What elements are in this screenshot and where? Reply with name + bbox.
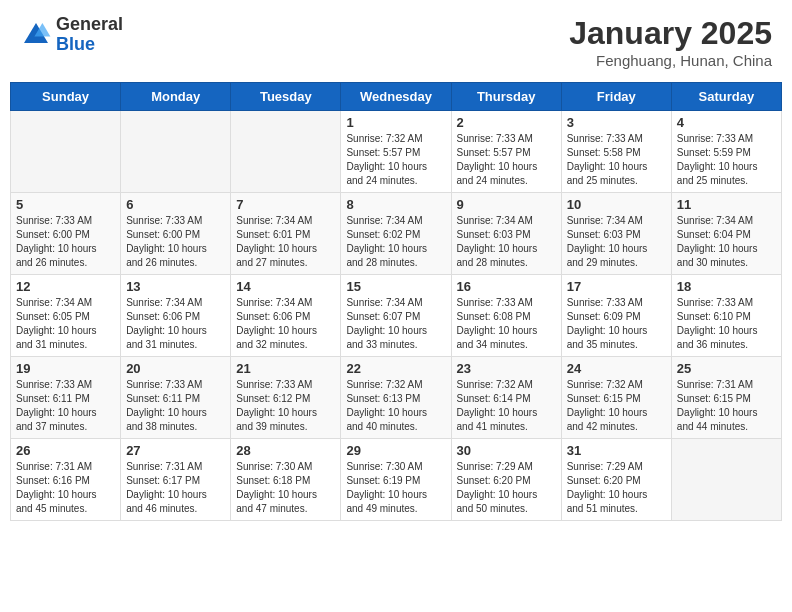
calendar-cell: 8Sunrise: 7:34 AM Sunset: 6:02 PM Daylig… (341, 193, 451, 275)
calendar-week-1: 1Sunrise: 7:32 AM Sunset: 5:57 PM Daylig… (11, 111, 782, 193)
day-info: Sunrise: 7:34 AM Sunset: 6:06 PM Dayligh… (236, 296, 335, 352)
calendar-cell: 25Sunrise: 7:31 AM Sunset: 6:15 PM Dayli… (671, 357, 781, 439)
day-number: 11 (677, 197, 776, 212)
day-number: 24 (567, 361, 666, 376)
calendar-cell: 2Sunrise: 7:33 AM Sunset: 5:57 PM Daylig… (451, 111, 561, 193)
day-number: 18 (677, 279, 776, 294)
day-number: 29 (346, 443, 445, 458)
month-title: January 2025 (569, 15, 772, 52)
calendar-cell: 5Sunrise: 7:33 AM Sunset: 6:00 PM Daylig… (11, 193, 121, 275)
logo-blue: Blue (56, 34, 95, 54)
day-info: Sunrise: 7:33 AM Sunset: 5:57 PM Dayligh… (457, 132, 556, 188)
day-info: Sunrise: 7:33 AM Sunset: 6:00 PM Dayligh… (16, 214, 115, 270)
calendar-cell: 27Sunrise: 7:31 AM Sunset: 6:17 PM Dayli… (121, 439, 231, 521)
calendar-table: SundayMondayTuesdayWednesdayThursdayFrid… (10, 82, 782, 521)
day-number: 5 (16, 197, 115, 212)
logo-text: General Blue (56, 15, 123, 55)
day-number: 26 (16, 443, 115, 458)
day-info: Sunrise: 7:29 AM Sunset: 6:20 PM Dayligh… (457, 460, 556, 516)
calendar-cell (11, 111, 121, 193)
day-number: 30 (457, 443, 556, 458)
calendar-cell: 19Sunrise: 7:33 AM Sunset: 6:11 PM Dayli… (11, 357, 121, 439)
calendar-week-2: 5Sunrise: 7:33 AM Sunset: 6:00 PM Daylig… (11, 193, 782, 275)
day-number: 9 (457, 197, 556, 212)
day-info: Sunrise: 7:33 AM Sunset: 6:00 PM Dayligh… (126, 214, 225, 270)
day-info: Sunrise: 7:33 AM Sunset: 5:59 PM Dayligh… (677, 132, 776, 188)
day-info: Sunrise: 7:31 AM Sunset: 6:15 PM Dayligh… (677, 378, 776, 434)
day-info: Sunrise: 7:33 AM Sunset: 6:09 PM Dayligh… (567, 296, 666, 352)
day-info: Sunrise: 7:30 AM Sunset: 6:18 PM Dayligh… (236, 460, 335, 516)
calendar-week-3: 12Sunrise: 7:34 AM Sunset: 6:05 PM Dayli… (11, 275, 782, 357)
day-info: Sunrise: 7:34 AM Sunset: 6:02 PM Dayligh… (346, 214, 445, 270)
calendar-cell: 20Sunrise: 7:33 AM Sunset: 6:11 PM Dayli… (121, 357, 231, 439)
day-info: Sunrise: 7:32 AM Sunset: 6:14 PM Dayligh… (457, 378, 556, 434)
day-number: 19 (16, 361, 115, 376)
weekday-header-thursday: Thursday (451, 83, 561, 111)
day-info: Sunrise: 7:34 AM Sunset: 6:06 PM Dayligh… (126, 296, 225, 352)
day-info: Sunrise: 7:32 AM Sunset: 6:15 PM Dayligh… (567, 378, 666, 434)
calendar-cell: 31Sunrise: 7:29 AM Sunset: 6:20 PM Dayli… (561, 439, 671, 521)
day-number: 31 (567, 443, 666, 458)
day-number: 15 (346, 279, 445, 294)
calendar-cell: 7Sunrise: 7:34 AM Sunset: 6:01 PM Daylig… (231, 193, 341, 275)
day-info: Sunrise: 7:29 AM Sunset: 6:20 PM Dayligh… (567, 460, 666, 516)
calendar-cell: 17Sunrise: 7:33 AM Sunset: 6:09 PM Dayli… (561, 275, 671, 357)
calendar-cell: 1Sunrise: 7:32 AM Sunset: 5:57 PM Daylig… (341, 111, 451, 193)
day-info: Sunrise: 7:33 AM Sunset: 6:08 PM Dayligh… (457, 296, 556, 352)
day-number: 25 (677, 361, 776, 376)
logo-icon (20, 19, 52, 51)
weekday-header-saturday: Saturday (671, 83, 781, 111)
calendar-cell: 14Sunrise: 7:34 AM Sunset: 6:06 PM Dayli… (231, 275, 341, 357)
calendar-cell: 21Sunrise: 7:33 AM Sunset: 6:12 PM Dayli… (231, 357, 341, 439)
day-info: Sunrise: 7:34 AM Sunset: 6:04 PM Dayligh… (677, 214, 776, 270)
weekday-header-row: SundayMondayTuesdayWednesdayThursdayFrid… (11, 83, 782, 111)
weekday-header-wednesday: Wednesday (341, 83, 451, 111)
day-number: 17 (567, 279, 666, 294)
day-info: Sunrise: 7:34 AM Sunset: 6:03 PM Dayligh… (567, 214, 666, 270)
weekday-header-tuesday: Tuesday (231, 83, 341, 111)
day-info: Sunrise: 7:30 AM Sunset: 6:19 PM Dayligh… (346, 460, 445, 516)
calendar-cell (671, 439, 781, 521)
weekday-header-sunday: Sunday (11, 83, 121, 111)
day-number: 22 (346, 361, 445, 376)
title-section: January 2025 Fenghuang, Hunan, China (569, 15, 772, 69)
day-info: Sunrise: 7:31 AM Sunset: 6:17 PM Dayligh… (126, 460, 225, 516)
calendar-cell: 10Sunrise: 7:34 AM Sunset: 6:03 PM Dayli… (561, 193, 671, 275)
calendar-cell: 26Sunrise: 7:31 AM Sunset: 6:16 PM Dayli… (11, 439, 121, 521)
calendar-cell: 16Sunrise: 7:33 AM Sunset: 6:08 PM Dayli… (451, 275, 561, 357)
day-info: Sunrise: 7:33 AM Sunset: 6:11 PM Dayligh… (16, 378, 115, 434)
day-number: 20 (126, 361, 225, 376)
calendar-cell: 28Sunrise: 7:30 AM Sunset: 6:18 PM Dayli… (231, 439, 341, 521)
calendar-cell: 13Sunrise: 7:34 AM Sunset: 6:06 PM Dayli… (121, 275, 231, 357)
day-info: Sunrise: 7:32 AM Sunset: 5:57 PM Dayligh… (346, 132, 445, 188)
logo: General Blue (20, 15, 123, 55)
calendar-cell (121, 111, 231, 193)
day-number: 7 (236, 197, 335, 212)
weekday-header-monday: Monday (121, 83, 231, 111)
day-number: 3 (567, 115, 666, 130)
calendar-cell: 29Sunrise: 7:30 AM Sunset: 6:19 PM Dayli… (341, 439, 451, 521)
calendar-cell: 11Sunrise: 7:34 AM Sunset: 6:04 PM Dayli… (671, 193, 781, 275)
day-info: Sunrise: 7:32 AM Sunset: 6:13 PM Dayligh… (346, 378, 445, 434)
day-number: 16 (457, 279, 556, 294)
day-number: 2 (457, 115, 556, 130)
day-info: Sunrise: 7:33 AM Sunset: 6:12 PM Dayligh… (236, 378, 335, 434)
calendar-week-5: 26Sunrise: 7:31 AM Sunset: 6:16 PM Dayli… (11, 439, 782, 521)
day-number: 13 (126, 279, 225, 294)
day-number: 28 (236, 443, 335, 458)
day-info: Sunrise: 7:33 AM Sunset: 5:58 PM Dayligh… (567, 132, 666, 188)
calendar-cell: 4Sunrise: 7:33 AM Sunset: 5:59 PM Daylig… (671, 111, 781, 193)
day-info: Sunrise: 7:34 AM Sunset: 6:03 PM Dayligh… (457, 214, 556, 270)
calendar-cell: 22Sunrise: 7:32 AM Sunset: 6:13 PM Dayli… (341, 357, 451, 439)
day-number: 1 (346, 115, 445, 130)
day-number: 21 (236, 361, 335, 376)
calendar-cell (231, 111, 341, 193)
day-info: Sunrise: 7:33 AM Sunset: 6:11 PM Dayligh… (126, 378, 225, 434)
calendar-cell: 15Sunrise: 7:34 AM Sunset: 6:07 PM Dayli… (341, 275, 451, 357)
calendar-cell: 23Sunrise: 7:32 AM Sunset: 6:14 PM Dayli… (451, 357, 561, 439)
calendar-cell: 30Sunrise: 7:29 AM Sunset: 6:20 PM Dayli… (451, 439, 561, 521)
day-info: Sunrise: 7:34 AM Sunset: 6:07 PM Dayligh… (346, 296, 445, 352)
calendar-cell: 12Sunrise: 7:34 AM Sunset: 6:05 PM Dayli… (11, 275, 121, 357)
calendar-cell: 6Sunrise: 7:33 AM Sunset: 6:00 PM Daylig… (121, 193, 231, 275)
weekday-header-friday: Friday (561, 83, 671, 111)
